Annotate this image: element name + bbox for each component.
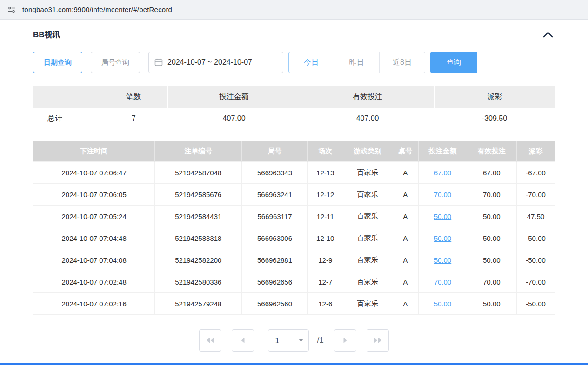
- bet-time-cell: 2024-10-07 07:04:48: [33, 227, 155, 249]
- yesterday-button[interactable]: 昨日: [334, 52, 380, 73]
- summary-col-valid-bet: 有效投注: [301, 86, 434, 108]
- round-number-cell: 566962560: [242, 293, 307, 315]
- bet-amount-cell: 70.00: [419, 271, 467, 293]
- summary-table: 笔数 投注金额 有效投注 派彩 总计 7 407.00 407.00 -309.…: [33, 86, 555, 130]
- bet-amount-link[interactable]: 50.00: [434, 234, 452, 242]
- bet-amount-link[interactable]: 50.00: [434, 256, 452, 264]
- valid-bet-cell: 67.00: [467, 162, 517, 184]
- table-row: 2024-10-07 07:04:48521942583318566963006…: [33, 227, 555, 249]
- summary-valid-bet-value: 407.00: [301, 108, 434, 130]
- site-info-icon[interactable]: [7, 5, 16, 14]
- order-number-cell: 521942582200: [155, 249, 242, 271]
- session-cell: 12-9: [307, 249, 343, 271]
- valid-bet-cell: 70.00: [467, 184, 517, 206]
- round-number-cell: 566963343: [242, 162, 307, 184]
- valid-bet-cell: 50.00: [467, 206, 517, 227]
- search-button[interactable]: 查询: [430, 52, 477, 73]
- bet-time-cell: 2024-10-07 07:04:08: [33, 249, 155, 271]
- bet-time-cell: 2024-10-07 07:02:16: [33, 293, 155, 315]
- bet-amount-link[interactable]: 50.00: [434, 212, 452, 220]
- order-number-cell: 521942585676: [155, 184, 242, 206]
- date-range-input[interactable]: 2024-10-07 ~ 2024-10-07: [148, 52, 283, 73]
- summary-total-row: 总计 7 407.00 407.00 -309.50: [33, 108, 555, 130]
- summary-col-payout: 派彩: [434, 86, 555, 108]
- round-number-cell: 566962656: [242, 271, 307, 293]
- table-number-cell: A: [392, 206, 419, 227]
- page-title: BB视讯: [33, 29, 60, 40]
- bet-time-cell: 2024-10-07 07:05:24: [33, 206, 155, 227]
- col-round-number: 局号: [242, 141, 307, 162]
- payout-cell: -50.00: [517, 249, 555, 271]
- url-text[interactable]: tongbao31.com:9900/infe/mcenter/#/betRec…: [22, 6, 172, 13]
- bet-record-page: BB视讯 日期查询 局号查询 2024-10-07 ~ 2024-10-07 今…: [0, 20, 588, 352]
- summary-bet-amount-value: 407.00: [167, 108, 301, 130]
- game-type-cell: 百家乐: [343, 249, 392, 271]
- payout-cell: -70.00: [517, 271, 555, 293]
- session-cell: 12-13: [307, 162, 343, 184]
- bet-table-body: 2024-10-07 07:06:47521942587048566963343…: [33, 162, 555, 315]
- table-number-cell: A: [392, 249, 419, 271]
- prev-page-button[interactable]: [232, 329, 254, 352]
- valid-bet-cell: 50.00: [467, 227, 517, 249]
- table-number-cell: A: [392, 184, 419, 206]
- payout-cell: -50.00: [517, 227, 555, 249]
- game-type-cell: 百家乐: [343, 206, 392, 227]
- payout-cell: 47.50: [517, 206, 555, 227]
- order-number-cell: 521942580336: [155, 271, 242, 293]
- table-row: 2024-10-07 07:06:47521942587048566963343…: [33, 162, 555, 184]
- payout-cell: -50.00: [517, 293, 555, 315]
- filter-toolbar: 日期查询 局号查询 2024-10-07 ~ 2024-10-07 今日 昨日 …: [33, 52, 555, 73]
- session-cell: 12-7: [307, 271, 343, 293]
- table-number-cell: A: [392, 293, 419, 315]
- bet-amount-link[interactable]: 70.00: [434, 278, 452, 286]
- date-query-button[interactable]: 日期查询: [33, 52, 82, 73]
- summary-total-label: 总计: [33, 108, 100, 130]
- calendar-icon: [154, 58, 163, 66]
- page-select-wrap: 1: [268, 329, 309, 352]
- quick-date-button-group: 今日 昨日 近8日: [288, 52, 425, 73]
- summary-col-empty: [33, 86, 100, 108]
- bet-amount-link[interactable]: 67.00: [434, 169, 452, 177]
- bet-amount-link[interactable]: 70.00: [434, 191, 452, 199]
- round-query-button[interactable]: 局号查询: [91, 52, 140, 73]
- date-range-value: 2024-10-07 ~ 2024-10-07: [167, 58, 252, 66]
- table-row: 2024-10-07 07:02:48521942580336566962656…: [33, 271, 555, 293]
- payout-cell: -70.00: [517, 184, 555, 206]
- valid-bet-cell: 50.00: [467, 293, 517, 315]
- round-number-cell: 566962881: [242, 249, 307, 271]
- valid-bet-cell: 50.00: [467, 249, 517, 271]
- bottom-accent-bar: [0, 363, 588, 365]
- bet-amount-cell: 50.00: [419, 249, 467, 271]
- bet-table-header-row: 下注时间 注单编号 局号 场次 游戏类别 桌号 投注金额 有效投注 派彩: [33, 141, 555, 162]
- pagination: 1 /1: [33, 329, 555, 352]
- section-header: BB视讯: [33, 20, 555, 40]
- bet-amount-link[interactable]: 50.00: [434, 300, 452, 308]
- col-bet-amount: 投注金额: [419, 141, 467, 162]
- payout-cell: -67.00: [517, 162, 555, 184]
- session-cell: 12-6: [307, 293, 343, 315]
- valid-bet-cell: 70.00: [467, 271, 517, 293]
- session-cell: 12-10: [307, 227, 343, 249]
- table-row: 2024-10-07 07:05:24521942584431566963117…: [33, 206, 555, 227]
- round-number-cell: 566963241: [242, 184, 307, 206]
- today-button[interactable]: 今日: [288, 52, 334, 73]
- next-page-button[interactable]: [334, 329, 356, 352]
- table-number-cell: A: [392, 162, 419, 184]
- table-number-cell: A: [392, 227, 419, 249]
- round-number-cell: 566963117: [242, 206, 307, 227]
- bet-time-cell: 2024-10-07 07:06:47: [33, 162, 155, 184]
- col-order-number: 注单编号: [155, 141, 242, 162]
- last-page-button[interactable]: [367, 329, 389, 352]
- bet-time-cell: 2024-10-07 07:02:48: [33, 271, 155, 293]
- total-pages-label: /1: [317, 336, 323, 345]
- table-number-cell: A: [392, 271, 419, 293]
- page-select[interactable]: 1: [268, 329, 309, 352]
- summary-count-value: 7: [100, 108, 167, 130]
- round-number-cell: 566963006: [242, 227, 307, 249]
- summary-col-bet-amount: 投注金额: [167, 86, 301, 108]
- chevron-up-icon[interactable]: [541, 30, 555, 40]
- last8days-button[interactable]: 近8日: [380, 52, 425, 73]
- first-page-button[interactable]: [199, 329, 221, 352]
- browser-address-bar[interactable]: tongbao31.com:9900/infe/mcenter/#/betRec…: [0, 0, 588, 20]
- bet-amount-cell: 50.00: [419, 206, 467, 227]
